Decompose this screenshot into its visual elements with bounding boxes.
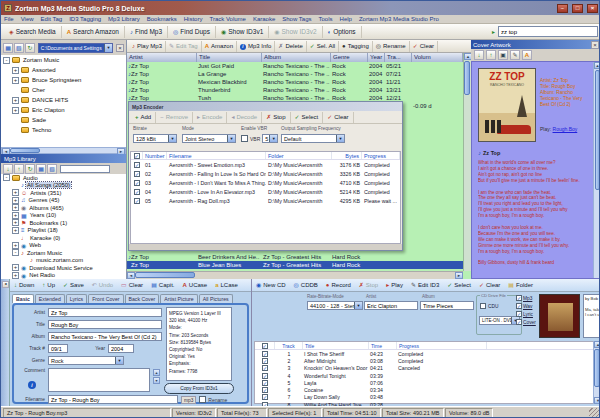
genre-combo[interactable]: Rock (48, 356, 124, 365)
artist-field[interactable] (48, 308, 162, 317)
scroll-right-icon[interactable] (455, 272, 463, 279)
encode-button[interactable]: Encode (193, 112, 227, 123)
comment-scroll[interactable] (153, 369, 160, 384)
tree-expander-icon[interactable]: + (12, 77, 19, 84)
row-checkbox[interactable] (134, 198, 140, 204)
format-option[interactable]: ✓ Lyric (516, 310, 536, 318)
scroll-thumb[interactable] (464, 61, 470, 95)
song-row[interactable]: Zz Top Mexican Blackbird Rancho Texicano… (127, 78, 463, 86)
copy-from-id3v1-button[interactable]: Copy From ID3v1 (164, 383, 234, 394)
vbr-spinner[interactable]: 5 (262, 134, 278, 143)
tree-item[interactable]: + Download Music Service (1, 264, 126, 272)
frequency-combo[interactable]: Default (281, 134, 345, 143)
tree-expander-icon[interactable]: - (3, 174, 10, 181)
tree-expander-icon[interactable] (12, 127, 19, 134)
menu-item[interactable]: File (4, 16, 14, 22)
menu-item[interactable]: Mp3 Library (108, 16, 140, 22)
column-header-album[interactable]: Album (262, 53, 331, 62)
tree-item[interactable]: + Net Radio (1, 272, 126, 280)
column-header-time[interactable]: Time (369, 342, 397, 349)
decode-button[interactable]: Decode (227, 112, 262, 123)
options-button[interactable]: Options (323, 26, 362, 38)
menu-item[interactable]: Help (340, 16, 352, 22)
column-header-genre[interactable]: Genre (331, 53, 368, 62)
column-header-title[interactable]: Title (303, 342, 369, 349)
cd-drive-combo[interactable]: LITE-ON . DVD (479, 316, 520, 325)
record-button[interactable]: Record (322, 279, 355, 291)
scroll-up-icon[interactable] (594, 62, 600, 69)
list-view-button[interactable] (14, 43, 24, 53)
tree-expander-icon[interactable]: - (12, 249, 19, 256)
tab[interactable]: Extended (35, 294, 65, 303)
tree-expander-icon[interactable] (12, 182, 19, 189)
cd-album-field[interactable] (420, 301, 474, 310)
stop-button[interactable]: Stop (262, 112, 290, 123)
column-header-progress[interactable]: Progress (397, 342, 487, 349)
encode-row[interactable]: 03 Aerosmith - I Don't Want To Miss A Th… (131, 178, 400, 187)
tree-item[interactable]: + Years (10) (1, 212, 126, 220)
play-track-link[interactable]: Rough.Boy (553, 126, 578, 132)
cover-toolbar-button[interactable] (498, 50, 508, 60)
tree-item[interactable]: music.zortam.com (1, 257, 126, 265)
mp3-info-button[interactable]: Mp3 Info (237, 41, 275, 52)
show-id3v2-button[interactable]: Show ID3v2 (269, 26, 322, 38)
song-row[interactable]: Zz Top Just Got Paid Rancho Texicano - T… (127, 62, 463, 70)
tree-expander-icon[interactable]: + (12, 272, 19, 279)
amazon-button[interactable]: Amazon (202, 41, 237, 52)
rename-button[interactable]: Rename (373, 41, 410, 52)
refresh-button[interactable] (25, 43, 35, 53)
rate-combo[interactable]: 44100 - 128 - Stereo (307, 301, 363, 310)
scroll-down-icon[interactable] (594, 397, 600, 404)
menu-item[interactable]: Bookmarks (147, 16, 177, 22)
undo-button[interactable]: Undo (88, 279, 117, 291)
clear-button[interactable]: Clear (410, 41, 438, 52)
column-header-filename[interactable]: Filename (167, 152, 266, 159)
row-checkbox[interactable] (134, 180, 140, 186)
row-checkbox[interactable] (262, 373, 268, 379)
select-button[interactable]: Select (443, 279, 475, 291)
save-button[interactable]: Save (59, 279, 88, 291)
tree-item[interactable]: Cher (1, 85, 126, 95)
format-checkbox[interactable]: ✓ (516, 295, 522, 301)
resize-grip[interactable] (589, 408, 599, 418)
tree-item[interactable]: + DANCE HITS (1, 95, 126, 105)
year-field[interactable] (108, 344, 134, 353)
tree-expander-icon[interactable]: + (12, 242, 19, 249)
cdu-checkbox[interactable] (480, 303, 486, 309)
find-mp3-button[interactable]: Find Mp3 (125, 26, 168, 38)
tree-item[interactable]: - Zortam Music (1, 249, 126, 257)
scroll-left-icon[interactable] (127, 272, 135, 279)
encode-row[interactable]: 01 Aerosmith - Sweet Emotion.mp3 D:\My M… (131, 160, 400, 169)
chevron-down-icon[interactable] (354, 302, 362, 309)
vbr-checkbox[interactable] (241, 135, 248, 142)
tree-expander-icon[interactable] (12, 117, 19, 124)
find-dups-button[interactable]: Find Dups (168, 26, 216, 38)
cover-toolbar-button[interactable] (510, 50, 520, 60)
info-icon[interactable] (28, 381, 36, 389)
row-checkbox[interactable] (262, 387, 268, 393)
tree-item[interactable]: Karaoke (0) (1, 234, 126, 242)
tree-expander-icon[interactable]: + (12, 204, 19, 211)
tree-expander-icon[interactable]: + (12, 219, 19, 226)
title-field[interactable] (48, 320, 162, 329)
album-field[interactable] (48, 332, 162, 341)
cover-toolbar-button[interactable] (474, 50, 484, 60)
tree-expander-icon[interactable]: + (12, 107, 19, 114)
show-id3v1-button[interactable]: Show ID3v1 (216, 26, 269, 38)
tab[interactable]: Lyrics (66, 294, 87, 303)
stop-button[interactable]: Stop (355, 279, 382, 291)
play-mp3-button[interactable]: Play Mp3 (129, 41, 166, 52)
lowercase-button[interactable]: LCase (211, 279, 242, 291)
menu-item[interactable]: Tools (319, 16, 333, 22)
cd-album-cover-image[interactable] (539, 294, 580, 338)
clear-button[interactable]: Clear (117, 279, 147, 291)
tree-item[interactable]: Sade (1, 115, 126, 125)
format-checkbox[interactable]: ✓ (516, 311, 522, 317)
close-button[interactable] (587, 4, 598, 13)
encode-row[interactable]: 05 Aerosmith - Rag Doll.mp3 D:\My Music\… (131, 196, 400, 205)
scroll-thumb[interactable] (135, 272, 195, 278)
collapse-button[interactable] (2, 281, 9, 288)
tree-item[interactable]: - Audio (1, 174, 126, 182)
encode-row[interactable]: 04 Aerosmith - Love In An Elevator.mp3 D… (131, 187, 400, 196)
row-checkbox[interactable] (262, 351, 268, 357)
